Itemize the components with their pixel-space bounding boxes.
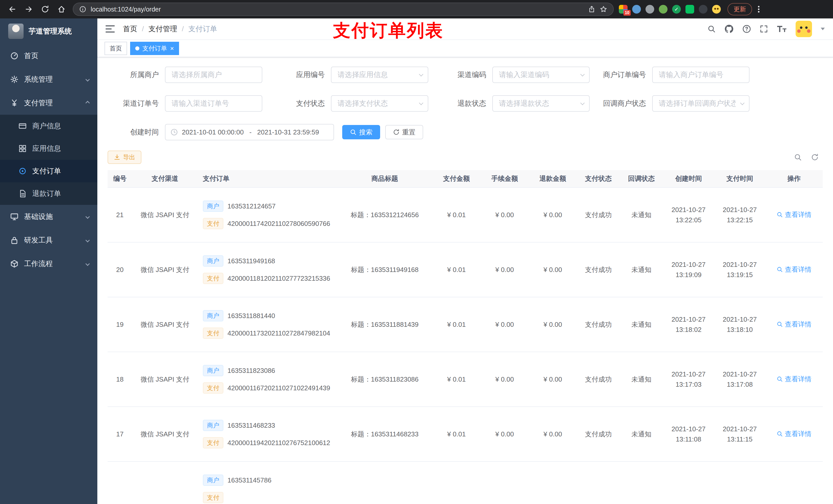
table-row-partial: 商户163531145786 支付 bbox=[108, 461, 823, 504]
sidebar-item-pay-order[interactable]: 支付订单 bbox=[0, 160, 97, 182]
notify-status-select[interactable] bbox=[652, 95, 749, 112]
home-icon[interactable] bbox=[57, 5, 66, 13]
active-dot bbox=[135, 46, 139, 50]
sidebar-item-workflow[interactable]: 工作流程 bbox=[0, 252, 97, 275]
cell-amount: ¥ 0.01 bbox=[432, 242, 480, 297]
cell-channel: 微信 JSAPI 支付 bbox=[132, 297, 198, 352]
field-label: 回调商户状态 bbox=[595, 99, 652, 108]
extension-icon[interactable] bbox=[699, 5, 708, 14]
view-details-link[interactable]: 查看详情 bbox=[777, 210, 811, 219]
breadcrumb-item[interactable]: 首页 bbox=[123, 24, 137, 34]
sidebar-item-merchant-info[interactable]: 商户信息 bbox=[0, 115, 97, 137]
channel-code-select[interactable] bbox=[492, 67, 590, 83]
col-fee: 手续金额 bbox=[480, 170, 529, 188]
address-bar[interactable]: localhost:1024/pay/order bbox=[73, 3, 614, 16]
extension-icon[interactable]: ✓ bbox=[672, 5, 681, 14]
app-select[interactable] bbox=[331, 67, 428, 83]
font-size-icon[interactable] bbox=[777, 25, 787, 33]
cell-notify: 未通知 bbox=[620, 188, 663, 242]
sidebar-item-dev-tools[interactable]: 研发工具 bbox=[0, 229, 97, 252]
merchant-no: 1635311949168 bbox=[228, 257, 275, 265]
sidebar-item-payment[interactable]: 支付管理 bbox=[0, 91, 97, 115]
view-details-link[interactable]: 查看详情 bbox=[777, 375, 811, 384]
sidebar-item-label: 商户信息 bbox=[32, 121, 61, 131]
toggle-search-icon[interactable] bbox=[794, 153, 802, 161]
chevron-down-icon bbox=[86, 77, 90, 82]
filter-row-create-time: 创建时间 2021-10-01 00:00:00 - 2021-10-31 23… bbox=[108, 124, 823, 140]
back-icon[interactable] bbox=[8, 5, 16, 13]
cell-pay-time: 2021-10-2713:18:10 bbox=[714, 297, 765, 352]
search-button[interactable]: 搜索 bbox=[342, 125, 380, 139]
extension-icon[interactable] bbox=[632, 5, 641, 14]
date-range-picker[interactable]: 2021-10-01 00:00:00 - 2021-10-31 23:59:5… bbox=[165, 124, 334, 140]
logo-image bbox=[8, 24, 24, 39]
avatar[interactable] bbox=[795, 21, 812, 37]
merchant-input[interactable] bbox=[165, 67, 262, 83]
sidebar-item-system[interactable]: 系统管理 bbox=[0, 68, 97, 91]
sidebar-item-home[interactable]: 首页 bbox=[0, 44, 97, 68]
field-label: 支付状态 bbox=[273, 99, 331, 108]
search-icon[interactable] bbox=[708, 25, 716, 33]
reload-icon[interactable] bbox=[41, 5, 49, 13]
extension-icon[interactable] bbox=[645, 5, 654, 14]
sidebar-item-app-info[interactable]: 应用信息 bbox=[0, 137, 97, 160]
tab-home[interactable]: 首页 bbox=[104, 42, 127, 55]
cell-amount: ¥ 0.01 bbox=[432, 352, 480, 407]
browser-update-button[interactable]: 更新 bbox=[728, 3, 752, 15]
sidebar-item-infra[interactable]: 基础设施 bbox=[0, 205, 97, 229]
caret-down-icon[interactable] bbox=[821, 28, 825, 30]
extension-icon[interactable]: 10 bbox=[619, 5, 627, 14]
view-details-link[interactable]: 查看详情 bbox=[777, 430, 811, 438]
export-button[interactable]: 导出 bbox=[108, 150, 141, 164]
cell-id: 17 bbox=[108, 407, 132, 461]
share-icon[interactable] bbox=[588, 6, 595, 13]
merchant-no: 1635311823086 bbox=[228, 367, 275, 375]
forward-icon[interactable] bbox=[25, 5, 33, 13]
view-details-link[interactable]: 查看详情 bbox=[777, 320, 811, 329]
refresh-icon[interactable] bbox=[811, 153, 819, 161]
cell-refund: ¥ 0.00 bbox=[529, 188, 577, 242]
merchant-order-no-input[interactable] bbox=[652, 67, 749, 83]
url-text[interactable]: localhost:1024/pay/order bbox=[91, 6, 584, 13]
cell-create-time: 2021-10-2713:22:05 bbox=[663, 188, 714, 242]
reset-button[interactable]: 重置 bbox=[385, 125, 423, 139]
extension-badge: 10 bbox=[623, 10, 630, 16]
tab-label: 支付订单 bbox=[142, 44, 167, 52]
extension-icon[interactable] bbox=[686, 5, 694, 14]
cell-status: 支付成功 bbox=[577, 242, 620, 297]
hamburger-icon[interactable] bbox=[105, 25, 115, 32]
tab-pay-order[interactable]: 支付订单 × bbox=[130, 42, 179, 55]
view-details-link[interactable]: 查看详情 bbox=[777, 265, 811, 274]
bookmark-star-icon[interactable] bbox=[600, 6, 607, 13]
help-icon[interactable] bbox=[742, 25, 751, 33]
extension-icon[interactable] bbox=[712, 5, 721, 14]
chevron-down-icon bbox=[86, 238, 90, 242]
cell-pay-order: 商户1635311881440 支付4200001173202110272847… bbox=[198, 297, 337, 352]
sidebar-item-refund-order[interactable]: 退款订单 bbox=[0, 182, 97, 205]
table-row: 17 微信 JSAPI 支付 商户1635311468233 支付4200001… bbox=[108, 407, 823, 461]
info-icon[interactable] bbox=[79, 6, 86, 13]
fullscreen-icon[interactable] bbox=[760, 25, 768, 33]
breadcrumb-item[interactable]: 支付管理 bbox=[148, 24, 177, 34]
cell-amount: ¥ 0.01 bbox=[432, 407, 480, 461]
lock-icon bbox=[10, 236, 19, 244]
cell-actions: 查看详情 bbox=[765, 242, 823, 297]
table-row: 21 微信 JSAPI 支付 商户1635312124657 支付4200001… bbox=[108, 188, 823, 242]
cell-notify: 未通知 bbox=[620, 407, 663, 461]
channel-order-no-input[interactable] bbox=[165, 95, 262, 112]
chevron-up-icon bbox=[86, 101, 90, 105]
filter-field-channel-code: 渠道编码 bbox=[435, 67, 595, 83]
cell-pay-order: 商户163531145786 支付 bbox=[198, 461, 337, 504]
refund-status-select[interactable] bbox=[492, 95, 590, 112]
github-icon[interactable] bbox=[724, 24, 734, 33]
extension-icon[interactable] bbox=[659, 5, 668, 14]
col-refund: 退款金额 bbox=[529, 170, 577, 188]
cell-title bbox=[337, 461, 432, 504]
monitor-icon bbox=[10, 213, 19, 221]
cell-amount bbox=[432, 461, 480, 504]
kebab-menu-icon[interactable] bbox=[758, 5, 760, 13]
cell-status: 支付成功 bbox=[577, 297, 620, 352]
pay-status-select[interactable] bbox=[331, 95, 428, 112]
close-icon[interactable]: × bbox=[170, 45, 174, 52]
header-actions bbox=[708, 21, 825, 37]
